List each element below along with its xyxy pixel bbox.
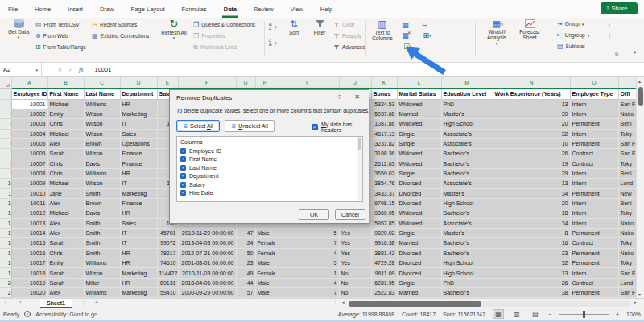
what-if-analysis-button[interactable]: ▦? What-If Analysis ▾	[481, 19, 512, 47]
cell[interactable]: Marketing	[120, 188, 157, 198]
cell[interactable]: 2000-09-29 00:00:00	[178, 288, 236, 298]
cell[interactable]: Master's	[441, 188, 493, 198]
cell[interactable]: 47	[236, 228, 255, 237]
cell[interactable]: Married	[397, 238, 441, 248]
cell[interactable]: Toky	[618, 238, 636, 248]
cell[interactable]: Single	[397, 168, 441, 178]
cell[interactable]: Smith	[84, 228, 120, 237]
unselect-all-button[interactable]: ≣ Unselect All	[225, 120, 275, 132]
column-header-cell[interactable]: Employee ID	[11, 89, 47, 99]
confirm-entry-icon[interactable]: ✓	[68, 66, 73, 73]
show-detail-button[interactable]: ⁝	[609, 22, 611, 28]
horizontal-scroll-thumb[interactable]	[349, 301, 481, 307]
cell[interactable]: Chris	[47, 159, 84, 168]
cell[interactable]: Toky	[618, 258, 636, 268]
cell[interactable]: 49	[236, 268, 255, 278]
tab-page-layout[interactable]: Page Layout	[129, 0, 166, 18]
cell[interactable]: Marketing	[120, 268, 157, 278]
share-button[interactable]: ⤴ Share ▾	[601, 2, 638, 14]
cell[interactable]: 34	[493, 218, 570, 228]
cell[interactable]: Nairo	[618, 109, 636, 118]
cell[interactable]: 38	[493, 288, 570, 298]
column-header-cell[interactable]: Last Name	[84, 89, 120, 99]
subtotal-button[interactable]: ▤ Subtotal	[557, 43, 584, 50]
collapse-ribbon-button[interactable]: ▾	[634, 50, 636, 56]
hscroll-right-icon[interactable]: ▸	[634, 299, 638, 306]
cell[interactable]: 9798.15	[371, 198, 397, 208]
cell[interactable]: HR	[120, 99, 157, 109]
column-header-cell[interactable]: Education Level	[441, 89, 493, 99]
cell[interactable]: Wilson	[84, 109, 120, 118]
cell[interactable]: 10	[493, 138, 570, 148]
clear-filter-button[interactable]: Clear	[333, 22, 355, 28]
cell[interactable]: 9820.02	[371, 228, 397, 237]
cell[interactable]: Nairo	[618, 218, 636, 228]
cell[interactable]: 10004	[11, 129, 47, 138]
cell[interactable]: Berli	[618, 198, 636, 208]
column-header-cell[interactable]: Employee Type	[570, 89, 618, 99]
text-to-columns-button[interactable]: ▥ Text to Columns	[369, 19, 396, 42]
cell[interactable]: 4817.13	[371, 129, 397, 138]
column-letter[interactable]: A	[11, 77, 47, 89]
tab-data[interactable]: Data	[222, 0, 238, 18]
listbox-scrollbar[interactable]	[357, 137, 362, 201]
cell[interactable]: Widowed	[397, 218, 441, 228]
cell[interactable]: Smith	[84, 238, 120, 248]
cell[interactable]: 50	[236, 248, 255, 258]
cell[interactable]: Single	[397, 278, 441, 287]
cell[interactable]: Alex	[47, 288, 84, 298]
cell[interactable]: Sarah	[47, 268, 84, 278]
dialog-column-option[interactable]: ✓Hire Date	[180, 189, 362, 198]
cell[interactable]: 44	[236, 278, 255, 287]
cell[interactable]: 10017	[11, 258, 47, 268]
cell[interactable]: Intern	[570, 198, 618, 208]
cell[interactable]: Divorced	[397, 198, 441, 208]
cell[interactable]: 2013-04-03 00:00:00	[178, 238, 236, 248]
cell[interactable]: Intern	[570, 109, 618, 118]
cell[interactable]: 10018	[11, 268, 47, 278]
cell[interactable]: Operations	[120, 138, 157, 148]
column-letter[interactable]: N	[493, 77, 570, 89]
cell[interactable]: 24	[236, 238, 255, 248]
consolidate-button[interactable]: ⊟	[419, 20, 430, 30]
cell[interactable]: Smith	[84, 248, 120, 258]
row-number[interactable]: 6	[0, 138, 11, 148]
ok-button[interactable]: OK	[299, 209, 329, 220]
cell[interactable]: Intern	[570, 99, 618, 109]
cell[interactable]: Female	[255, 238, 275, 248]
cell[interactable]: Wilson	[84, 129, 120, 138]
cell[interactable]: 9916.38	[371, 238, 397, 248]
cell[interactable]: Wilson	[84, 268, 120, 278]
cell[interactable]: Yes	[339, 248, 371, 258]
cell[interactable]: Intern	[570, 218, 618, 228]
cell[interactable]: Widowed	[397, 99, 441, 109]
cell[interactable]: Permanent	[570, 119, 618, 129]
column-letter[interactable]: M	[441, 77, 493, 89]
cell[interactable]: HR	[120, 248, 157, 258]
cell[interactable]: IT	[120, 238, 157, 248]
cell[interactable]: Alex	[47, 228, 84, 237]
cell[interactable]: Contract	[570, 159, 618, 168]
cell[interactable]: Berli	[618, 168, 636, 178]
cell[interactable]: Contract	[570, 149, 618, 159]
column-header-cell[interactable]: Department	[120, 89, 157, 99]
row-number[interactable]: 20	[0, 278, 11, 287]
cell[interactable]: Divorced	[397, 268, 441, 278]
cell[interactable]: Single	[397, 129, 441, 138]
cell[interactable]: 2612.63	[371, 159, 397, 168]
cell[interactable]: 1087.86	[371, 119, 397, 129]
row-number[interactable]: 1	[0, 89, 11, 99]
cell[interactable]: Contract	[570, 238, 618, 248]
cell[interactable]: Toky	[618, 208, 636, 218]
row-number[interactable]: 3	[0, 109, 11, 118]
workbook-links-button[interactable]: ⧉ Workbook Links	[193, 44, 237, 51]
cell[interactable]: 10010	[11, 188, 47, 198]
cell[interactable]: 5324.53	[371, 99, 397, 109]
horizontal-scrollbar[interactable]	[348, 301, 631, 307]
cell[interactable]: High School	[441, 258, 493, 268]
cell[interactable]: Male	[255, 258, 275, 268]
cell[interactable]: Sarah	[47, 238, 84, 248]
scroll-down-icon[interactable]: ▾	[638, 291, 641, 297]
cell[interactable]: Intern	[570, 179, 618, 188]
cell[interactable]: 10016	[11, 248, 47, 258]
